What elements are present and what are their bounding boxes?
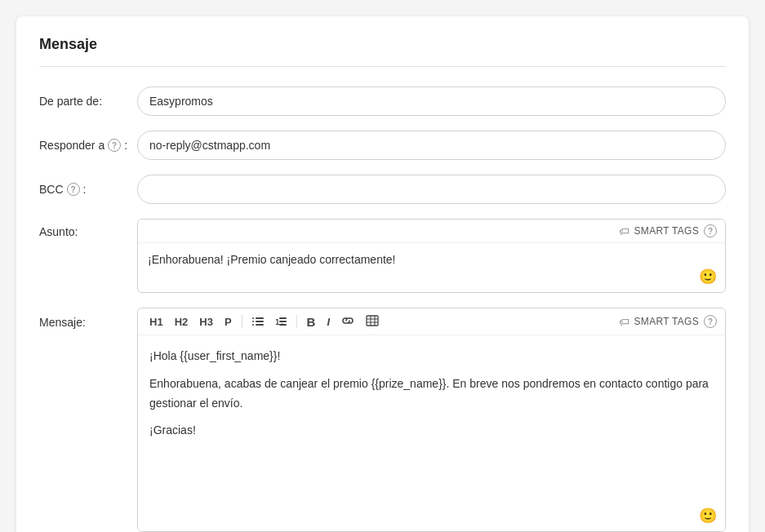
tag-icon: 🏷 — [619, 225, 629, 237]
italic-button[interactable]: I — [323, 315, 333, 329]
subject-smart-tags-button[interactable]: 🏷 SMART TAGS — [619, 225, 699, 237]
subject-smart-tags-help-icon[interactable]: ? — [704, 224, 717, 237]
message-wrapper: H1 H2 H3 P — [137, 308, 726, 532]
tool-separator-1 — [242, 315, 242, 328]
p-button[interactable]: P — [221, 315, 235, 329]
ordered-list-button[interactable]: 1. — [272, 314, 290, 330]
bcc-label: BCC ? : — [39, 183, 137, 196]
svg-rect-5 — [256, 324, 264, 326]
reply-to-input[interactable] — [137, 131, 726, 160]
svg-rect-2 — [252, 321, 254, 322]
message-tag-icon: 🏷 — [619, 316, 629, 328]
from-label: De parte de: — [39, 95, 137, 108]
subject-toolbar: 🏷 SMART TAGS ? — [138, 219, 725, 243]
message-text: ¡Hola {{user_first_name}}! Enhorabuena, … — [149, 347, 714, 441]
svg-rect-8 — [279, 321, 287, 322]
message-toolbar: H1 H2 H3 P — [138, 308, 725, 335]
card-title: Mensaje — [39, 36, 726, 53]
message-emoji-button[interactable]: 🙂 — [699, 507, 717, 525]
divider — [39, 66, 726, 67]
svg-rect-9 — [279, 324, 287, 326]
bcc-input[interactable] — [137, 175, 726, 204]
table-button[interactable] — [362, 313, 382, 330]
subject-input-area[interactable]: ¡Enhorabuena! ¡Premio canjeado correctam… — [138, 243, 725, 292]
bcc-row: BCC ? : — [39, 175, 726, 204]
reply-to-label: Responder a ? : — [39, 139, 137, 152]
message-smart-tags-help-icon[interactable]: ? — [704, 315, 717, 328]
message-label: Mensaje: — [39, 308, 137, 329]
svg-rect-7 — [279, 317, 287, 319]
svg-rect-1 — [256, 317, 264, 319]
svg-rect-3 — [256, 321, 264, 322]
h2-button[interactable]: H2 — [171, 315, 192, 329]
unordered-list-button[interactable] — [249, 314, 267, 330]
link-button[interactable] — [338, 314, 358, 329]
subject-row: Asunto: 🏷 SMART TAGS ? ¡Enhorabuena! ¡Pr… — [39, 219, 726, 293]
from-row: De parte de: — [39, 86, 726, 116]
subject-wrapper: 🏷 SMART TAGS ? ¡Enhorabuena! ¡Premio can… — [137, 219, 726, 293]
bold-button[interactable]: B — [304, 314, 319, 330]
h1-button[interactable]: H1 — [146, 315, 167, 329]
subject-label: Asunto: — [39, 219, 137, 238]
svg-rect-0 — [252, 317, 254, 319]
h3-button[interactable]: H3 — [196, 315, 216, 329]
svg-rect-4 — [252, 324, 254, 326]
bcc-help-icon[interactable]: ? — [67, 183, 80, 196]
subject-text: ¡Enhorabuena! ¡Premio canjeado correctam… — [148, 251, 715, 268]
svg-rect-10 — [367, 316, 378, 326]
reply-to-help-icon[interactable]: ? — [108, 139, 121, 152]
tool-separator-2 — [296, 315, 297, 328]
message-row: Mensaje: H1 H2 H3 P — [39, 308, 726, 532]
message-smart-tags-button[interactable]: 🏷 SMART TAGS — [619, 316, 699, 328]
subject-emoji-button[interactable]: 🙂 — [699, 268, 717, 286]
editor-tools: H1 H2 H3 P — [146, 313, 382, 330]
message-body[interactable]: ¡Hola {{user_first_name}}! Enhorabuena, … — [138, 335, 725, 531]
from-input[interactable] — [137, 86, 726, 116]
message-card: Mensaje De parte de: Responder a ? : BCC… — [16, 16, 749, 532]
reply-to-row: Responder a ? : — [39, 131, 726, 160]
